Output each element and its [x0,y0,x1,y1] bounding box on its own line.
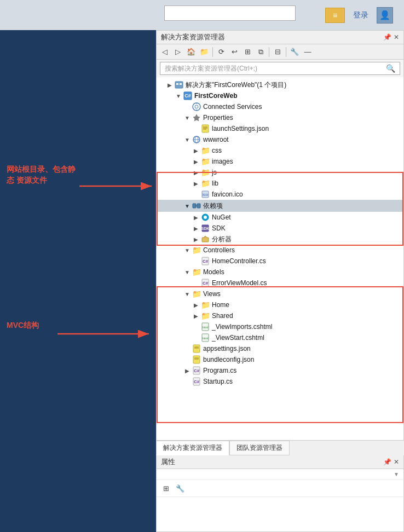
connected-services-label: Connected Services [203,103,262,111]
svg-text:ico: ico [203,192,209,197]
expand-views[interactable]: ▼ [183,291,192,297]
props-sort-btn[interactable]: ⊞ [160,482,172,494]
expand-wwwroot[interactable]: ▼ [183,137,192,143]
sdk-icon: SDK [200,223,210,233]
appsettings-node[interactable]: appsettings.json [157,343,403,354]
favicon-node[interactable]: ico favicon.ico [157,189,403,200]
copy-button[interactable]: ⧉ [255,46,267,58]
css-label: css [212,147,222,154]
lib-node[interactable]: ▶ 📁 lib [157,178,403,189]
expand-shared[interactable]: ▶ [192,313,200,319]
svg-text:html: html [202,326,208,329]
expand-controllers[interactable]: ▼ [183,247,192,253]
sep1 [212,47,213,57]
error-viewmodel-icon: C# [200,278,210,288]
expand-home[interactable]: ▶ [192,302,200,308]
dependencies-row[interactable]: ▼ 依赖项 [157,200,403,212]
expand-program[interactable]: ▶ [183,368,192,374]
expand-lib[interactable]: ▶ [192,181,200,187]
folder-button[interactable]: 📁 [198,46,210,58]
tab-solution-explorer[interactable]: 解决方案资源管理器 [156,441,229,455]
nuget-node[interactable]: ▶ NuGet [157,212,403,223]
login-link[interactable]: 登录 [353,10,368,20]
expand-images[interactable]: ▶ [192,159,200,165]
solution-node[interactable]: ▶ 解决方案"FirstCoreWeb"(1 个项目) [157,79,403,90]
props-pin-icon[interactable]: 📌 [383,458,391,466]
launch-settings-label: launchSettings.json [212,125,269,132]
expand-css[interactable]: ▶ [192,148,200,154]
expand-models[interactable]: ▼ [183,269,192,275]
explorer-titlebar: 解决方案资源管理器 📌 ✕ [157,31,403,44]
svg-text:SDK: SDK [201,227,210,230]
refresh-button[interactable]: ⟳ [215,46,227,58]
pin-icon[interactable]: 📌 [383,33,391,41]
arrow-wwwroot [79,178,156,194]
bundleconfig-icon [192,355,201,365]
js-node[interactable]: ▶ 📁 js [157,167,403,178]
stop-button[interactable]: ↩ [228,46,240,58]
viewstart-node[interactable]: html _ViewStart.cshtml [157,332,403,343]
controllers-folder-icon: 📁 [192,245,201,255]
viewimports-node[interactable]: html _ViewImports.cshtml [157,321,403,332]
images-node[interactable]: ▶ 📁 images [157,156,403,167]
expand-solution[interactable]: ▶ [165,82,174,88]
svg-rect-13 [202,125,209,132]
home-controller-node[interactable]: C# HomeController.cs [157,256,403,267]
shared-node[interactable]: ▶ 📁 Shared [157,310,403,321]
props-dropdown[interactable]: ▼ [157,469,403,480]
close-icon[interactable]: ✕ [394,33,399,41]
expand-sdk[interactable]: ▶ [192,225,200,232]
properties-node[interactable]: ▼ Properties [157,112,403,123]
expand-analyzer[interactable]: ▶ [192,236,200,242]
search-icon: 🔍 [386,64,395,73]
props-titlebar: 属性 📌 ✕ [157,455,403,469]
account-icon[interactable]: 👤 [377,7,393,24]
tab-team-explorer[interactable]: 团队资源管理器 [229,441,290,455]
wrench-button[interactable]: 🔧 [288,46,301,58]
css-node[interactable]: ▶ 📁 css [157,145,403,156]
expand-project[interactable]: ▼ [174,93,183,99]
connected-services-icon [192,102,201,112]
expand-js[interactable]: ▶ [192,170,200,176]
expand-properties[interactable]: ▼ [183,115,192,121]
explorer-search[interactable]: 搜索解决方案资源管理器(Ctrl+;) 🔍 [160,62,400,75]
launch-settings-icon [200,124,210,134]
wwwroot-node[interactable]: ▼ wwwroot [157,134,403,145]
models-folder-icon: 📁 [192,267,201,277]
nuget-icon [200,212,210,222]
svg-text:C#: C# [194,379,200,384]
bundleconfig-node[interactable]: bundleconfig.json [157,354,403,365]
analyzer-node[interactable]: ▶ 分析器 [157,234,403,245]
props-list-btn[interactable]: 🔧 [174,482,186,494]
home-node[interactable]: ▶ 📁 Home [157,299,403,310]
views-node[interactable]: ▼ 📁 Views [157,288,403,299]
error-viewmodel-node[interactable]: C# ErrorViewModel.cs [157,277,403,288]
controllers-node[interactable]: ▼ 📁 Controllers [157,245,403,256]
startup-node[interactable]: C# Startup.cs [157,376,403,387]
project-node[interactable]: ▼ C# FirstCoreWeb [157,90,403,101]
sdk-node[interactable]: ▶ SDK SDK [157,223,403,234]
view-button[interactable]: ⊟ [272,46,284,58]
svg-text:C#: C# [184,93,191,99]
svg-rect-5 [176,83,178,85]
launch-settings-node[interactable]: launchSettings.json [157,123,403,134]
shared-folder-icon: 📁 [200,311,210,321]
program-node[interactable]: ▶ C# Program.cs [157,365,403,376]
solution-label: 解决方案"FirstCoreWeb"(1 个项目) [186,80,286,90]
models-node[interactable]: ▼ 📁 Models [157,267,403,277]
forward-button[interactable]: ▷ [172,46,184,58]
top-search[interactable] [164,5,296,21]
back-button[interactable]: ◁ [159,46,171,58]
props-close-icon[interactable]: ✕ [394,458,399,466]
connected-services-node[interactable]: Connected Services [157,101,403,112]
minus-button[interactable]: — [302,46,314,58]
svg-rect-22 [193,204,196,208]
expand-nuget[interactable]: ▶ [192,215,200,221]
menu-icon[interactable]: ≡ [325,8,345,23]
expand-deps[interactable]: ▼ [183,203,192,209]
sdk-label: SDK [212,224,226,232]
home-folder-icon: 📁 [200,300,210,310]
props-body: ▼ ⊞ 🔧 [157,469,403,531]
home-button[interactable]: 🏠 [185,46,197,58]
settings-button[interactable]: ⊞ [241,46,253,58]
